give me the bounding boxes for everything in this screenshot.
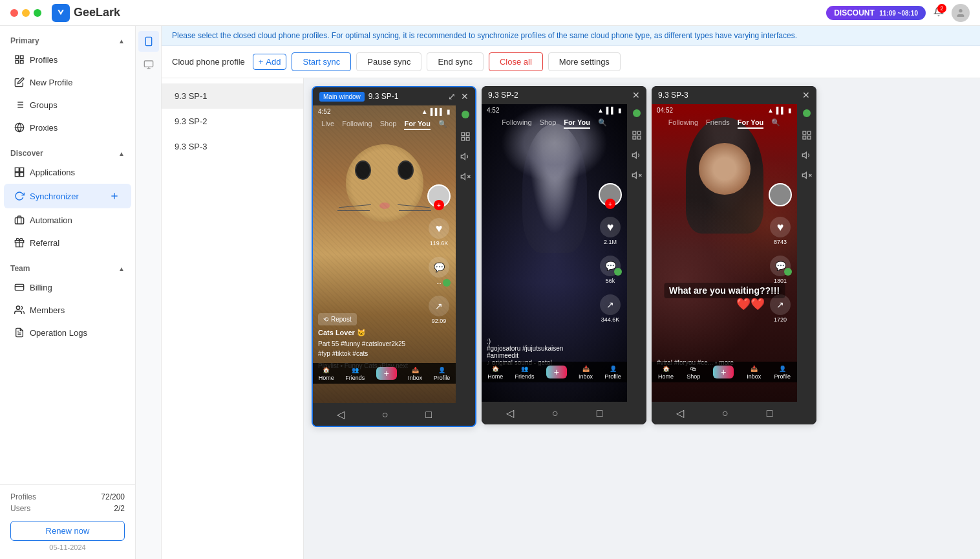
phone-screen-sp1[interactable]: 4:52 ▲ ▌▌▌ ▮ [313,105,456,426]
sync-add-icon[interactable] [108,190,121,203]
like-btn-sp3[interactable]: ♥ 8743 [770,217,791,245]
back-btn-sp3[interactable]: ◁ [676,407,684,419]
sidebar-item-groups[interactable]: Groups [4,94,131,116]
inbox-nav-sp3[interactable]: 📥Inbox [747,366,761,380]
profile-nav-sp1[interactable]: 👤 Profile [434,367,451,381]
sidebar-item-new-profile[interactable]: New Profile [4,71,131,93]
sidebar-item-profiles[interactable]: Profiles [4,49,131,71]
close-btn-sp1[interactable]: ✕ [461,91,469,102]
vol-down-ctrl-sp3[interactable] [802,170,812,182]
grid-ctrl-sp3[interactable] [802,130,812,142]
recent-btn-sp3[interactable]: □ [767,408,773,419]
sidebar-section-primary[interactable]: Primary ▲ [0,31,135,48]
sidebar-item-applications[interactable]: Applications [4,161,131,183]
profile-list-item-sp2[interactable]: 9.3 SP-2 [162,109,303,134]
profile-icon [14,54,25,65]
profile-list-item-sp3[interactable]: 9.3 SP-3 [162,134,303,159]
sidebar-item-members[interactable]: Members [4,299,131,321]
profile-list-item-sp1[interactable]: 9.3 SP-1 [162,83,303,109]
start-sync-button[interactable]: Start sync [292,52,351,71]
friends-tab-sp3[interactable]: Friends [706,118,730,129]
expand-btn-sp1[interactable]: ⤢ [448,91,456,102]
vol-up-ctrl-sp1[interactable] [460,151,471,164]
shop-tab-sp2[interactable]: Shop [540,118,557,129]
home-btn-sp3[interactable]: ○ [722,408,729,419]
main-window-badge: Main window [319,92,365,102]
recent-btn-sp1[interactable]: □ [425,409,432,421]
like-btn-sp2[interactable]: ♥ 2.1M [600,217,621,245]
create-nav-sp2[interactable]: + [546,366,567,380]
friends-nav-sp2[interactable]: 👥Friends [515,366,534,380]
home-nav-sp3[interactable]: 🏠Home [658,366,674,380]
create-nav-sp1[interactable]: + [376,367,397,381]
inbox-nav-sp2[interactable]: 📥Inbox [579,366,593,380]
vol-down-ctrl-sp1[interactable] [460,171,471,184]
like-btn-sp1[interactable]: ♥ 119.6K [429,218,449,247]
discover-section-label: Discover [10,149,43,158]
sidebar-item-operation-logs[interactable]: Operation Logs [4,322,131,344]
following-tab2-sp1[interactable]: Following [342,120,372,130]
pause-sync-button[interactable]: Pause sync [356,52,421,71]
close-all-button[interactable]: Close all [489,52,543,71]
close-btn-sp2[interactable]: ✕ [632,90,640,100]
more-settings-button[interactable]: More settings [548,52,621,71]
inbox-nav-sp1[interactable]: 📥 Inbox [408,367,422,381]
search-tab-sp1[interactable]: 🔍 [438,120,447,130]
for-you-tab-sp1[interactable]: For You [404,120,431,130]
back-btn-sp1[interactable]: ◁ [337,408,345,421]
vol-up-ctrl-sp3[interactable] [802,150,812,162]
home-nav-sp2[interactable]: 🏠Home [487,366,503,380]
back-btn-sp2[interactable]: ◁ [506,407,514,419]
share-btn-sp1[interactable]: ↗ 92:09 [429,296,449,324]
create-nav-sp3[interactable]: + [713,366,734,380]
vol-up-ctrl-sp2[interactable] [632,150,642,162]
grid-ctrl-sp1[interactable] [460,131,471,144]
tiktok-bottom-bar-sp3: 🏠Home 🛍Shop + 📥Inbox 👤Profile [652,362,797,382]
home-btn-sp1[interactable]: ○ [382,409,389,421]
maximize-window-btn[interactable] [34,9,41,17]
sidebar-item-synchronizer[interactable]: Synchronizer [4,184,131,208]
discount-badge[interactable]: DISCOUNT 11:09 ~08:10 [826,6,926,20]
sidebar-item-billing[interactable]: Billing [4,276,131,298]
home-nav-sp1[interactable]: 🏠 Home [319,367,334,381]
sidebar-item-proxies[interactable]: Proxies [4,116,131,138]
minimize-window-btn[interactable] [22,9,30,17]
phone-screen-sp2[interactable]: 4:52 ▲ ▌▌ ▮ [482,104,627,424]
share-btn-sp3[interactable]: ↗ 1720 [770,294,791,323]
close-btn-sp3[interactable]: ✕ [802,90,810,100]
sync-tab-phone[interactable] [138,31,159,52]
phone-screen-sp3[interactable]: 04:52 ▲ ▌▌ ▮ [652,104,797,424]
following-tab-sp3[interactable]: Following [668,118,698,129]
repost-btn-sp1[interactable]: ⟲ Repost [318,313,357,325]
for-you-tab-sp2[interactable]: For You [564,118,590,129]
close-window-btn[interactable] [10,9,18,17]
home-btn-sp2[interactable]: ○ [552,408,559,419]
shop-nav-sp3[interactable]: 🛍Shop [687,366,700,380]
search-icon-sp3[interactable]: 🔍 [771,118,780,129]
sidebar-item-automation[interactable]: Automation [4,209,131,231]
recent-btn-sp2[interactable]: □ [597,408,603,419]
profile-nav-sp3[interactable]: 👤Profile [774,366,791,380]
sidebar-section-discover[interactable]: Discover ▲ [0,144,135,160]
search-icon-sp2[interactable]: 🔍 [598,118,607,129]
user-avatar[interactable] [952,4,970,22]
notification-btn[interactable]: 2 [933,6,944,19]
sync-tab-desktop[interactable] [138,54,159,75]
friends-nav-sp1[interactable]: 👥 Friends [345,367,365,381]
creator-avatar-sp2[interactable]: + [599,183,622,206]
renew-now-button[interactable]: Renew now [10,521,125,541]
following-tab-sp2[interactable]: Following [502,118,531,129]
grid-ctrl-sp2[interactable] [632,130,642,142]
creator-avatar-sp3[interactable] [769,183,792,206]
vol-down-ctrl-sp2[interactable] [632,170,642,182]
sidebar-section-team[interactable]: Team ▲ [0,259,135,276]
sidebar-item-referral[interactable]: Referral [4,232,131,254]
add-button[interactable]: + Add [253,54,287,70]
following-tab-sp1[interactable]: Live [321,120,334,130]
creator-avatar-sp1[interactable]: + [427,184,451,208]
for-you-tab-sp3[interactable]: For You [738,118,764,129]
shop-tab-sp1[interactable]: Shop [380,120,397,130]
profile-nav-sp2[interactable]: 👤Profile [604,366,621,380]
share-btn-sp2[interactable]: ↗ 344.6K [600,294,621,323]
end-sync-button[interactable]: End sync [427,52,483,71]
